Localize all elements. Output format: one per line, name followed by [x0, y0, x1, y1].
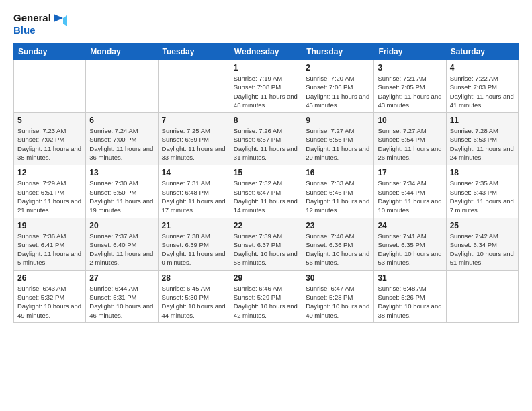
day-info: Sunrise: 7:24 AM Sunset: 7:00 PM Dayligh… [89, 126, 154, 162]
calendar-cell: 12Sunrise: 7:29 AM Sunset: 6:51 PM Dayli… [14, 165, 86, 218]
calendar-cell: 3Sunrise: 7:21 AM Sunset: 7:05 PM Daylig… [374, 60, 446, 113]
day-info: Sunrise: 7:23 AM Sunset: 7:02 PM Dayligh… [17, 126, 82, 162]
calendar-cell: 10Sunrise: 7:27 AM Sunset: 6:54 PM Dayli… [374, 113, 446, 165]
day-info: Sunrise: 7:36 AM Sunset: 6:41 PM Dayligh… [17, 232, 82, 267]
day-info: Sunrise: 7:39 AM Sunset: 6:37 PM Dayligh… [234, 232, 298, 267]
calendar-cell: 24Sunrise: 7:41 AM Sunset: 6:35 PM Dayli… [374, 218, 446, 270]
day-info: Sunrise: 7:21 AM Sunset: 7:05 PM Dayligh… [378, 74, 442, 109]
day-number: 7 [162, 116, 226, 125]
general-blue-icon [54, 14, 67, 34]
logo-text: GeneralBlue [13, 12, 51, 36]
day-info: Sunrise: 7:27 AM Sunset: 6:56 PM Dayligh… [306, 126, 370, 162]
day-info: Sunrise: 7:33 AM Sunset: 6:46 PM Dayligh… [306, 179, 370, 214]
day-header-thursday: Thursday [302, 44, 374, 60]
calendar-header-row: SundayMondayTuesdayWednesdayThursdayFrid… [14, 44, 519, 60]
day-number: 14 [162, 168, 226, 177]
calendar-cell: 11Sunrise: 7:28 AM Sunset: 6:53 PM Dayli… [446, 113, 518, 165]
day-info: Sunrise: 6:43 AM Sunset: 5:32 PM Dayligh… [17, 284, 82, 320]
calendar-cell: 7Sunrise: 7:25 AM Sunset: 6:59 PM Daylig… [158, 113, 230, 165]
day-header-sunday: Sunday [14, 44, 86, 60]
day-number: 31 [378, 273, 442, 283]
day-number: 24 [378, 221, 442, 230]
day-number: 17 [378, 168, 442, 177]
day-info: Sunrise: 7:35 AM Sunset: 6:43 PM Dayligh… [450, 179, 515, 214]
day-info: Sunrise: 7:42 AM Sunset: 6:34 PM Dayligh… [450, 232, 515, 267]
week-row-1: 1Sunrise: 7:19 AM Sunset: 7:08 PM Daylig… [14, 60, 519, 113]
day-info: Sunrise: 7:30 AM Sunset: 6:50 PM Dayligh… [89, 179, 154, 214]
day-info: Sunrise: 7:25 AM Sunset: 6:59 PM Dayligh… [162, 126, 226, 162]
calendar-cell: 4Sunrise: 7:22 AM Sunset: 7:03 PM Daylig… [446, 60, 518, 113]
day-header-tuesday: Tuesday [158, 44, 230, 60]
day-number: 26 [17, 273, 82, 283]
day-number: 20 [89, 221, 154, 230]
day-number: 3 [378, 63, 442, 73]
day-info: Sunrise: 7:29 AM Sunset: 6:51 PM Dayligh… [17, 179, 82, 214]
calendar-cell: 14Sunrise: 7:31 AM Sunset: 6:48 PM Dayli… [158, 165, 230, 218]
day-number: 13 [89, 168, 154, 177]
day-number: 1 [234, 63, 298, 73]
calendar-cell: 16Sunrise: 7:33 AM Sunset: 6:46 PM Dayli… [302, 165, 374, 218]
calendar-cell: 5Sunrise: 7:23 AM Sunset: 7:02 PM Daylig… [14, 113, 86, 165]
week-row-5: 26Sunrise: 6:43 AM Sunset: 5:32 PM Dayli… [14, 270, 519, 322]
day-info: Sunrise: 7:41 AM Sunset: 6:35 PM Dayligh… [378, 232, 442, 267]
day-info: Sunrise: 7:26 AM Sunset: 6:57 PM Dayligh… [234, 126, 298, 162]
calendar-cell: 15Sunrise: 7:32 AM Sunset: 6:47 PM Dayli… [230, 165, 302, 218]
day-info: Sunrise: 6:46 AM Sunset: 5:29 PM Dayligh… [234, 284, 298, 320]
calendar-cell: 13Sunrise: 7:30 AM Sunset: 6:50 PM Dayli… [86, 165, 158, 218]
calendar-cell: 6Sunrise: 7:24 AM Sunset: 7:00 PM Daylig… [86, 113, 158, 165]
calendar-cell: 1Sunrise: 7:19 AM Sunset: 7:08 PM Daylig… [230, 60, 302, 113]
day-info: Sunrise: 7:32 AM Sunset: 6:47 PM Dayligh… [234, 179, 298, 214]
day-header-saturday: Saturday [446, 44, 518, 60]
calendar-cell: 29Sunrise: 6:46 AM Sunset: 5:29 PM Dayli… [230, 270, 302, 322]
calendar-cell: 21Sunrise: 7:38 AM Sunset: 6:39 PM Dayli… [158, 218, 230, 270]
calendar-table: SundayMondayTuesdayWednesdayThursdayFrid… [13, 43, 519, 323]
calendar-cell: 18Sunrise: 7:35 AM Sunset: 6:43 PM Dayli… [446, 165, 518, 218]
day-header-friday: Friday [374, 44, 446, 60]
day-info: Sunrise: 6:45 AM Sunset: 5:30 PM Dayligh… [162, 284, 226, 320]
calendar-cell: 22Sunrise: 7:39 AM Sunset: 6:37 PM Dayli… [230, 218, 302, 270]
calendar-cell [158, 60, 230, 113]
day-info: Sunrise: 6:48 AM Sunset: 5:26 PM Dayligh… [378, 284, 442, 320]
week-row-4: 19Sunrise: 7:36 AM Sunset: 6:41 PM Dayli… [14, 218, 519, 270]
calendar-cell: 26Sunrise: 6:43 AM Sunset: 5:32 PM Dayli… [14, 270, 86, 322]
calendar-cell: 8Sunrise: 7:26 AM Sunset: 6:57 PM Daylig… [230, 113, 302, 165]
day-info: Sunrise: 7:28 AM Sunset: 6:53 PM Dayligh… [450, 126, 515, 162]
day-header-monday: Monday [86, 44, 158, 60]
day-number: 25 [450, 221, 515, 230]
day-number: 2 [306, 63, 370, 73]
calendar-cell: 28Sunrise: 6:45 AM Sunset: 5:30 PM Dayli… [158, 270, 230, 322]
day-number: 8 [234, 116, 298, 125]
day-number: 15 [234, 168, 298, 177]
calendar-cell [446, 270, 518, 322]
calendar-cell: 19Sunrise: 7:36 AM Sunset: 6:41 PM Dayli… [14, 218, 86, 270]
day-number: 5 [17, 116, 82, 125]
header: GeneralBlue [13, 12, 519, 36]
day-info: Sunrise: 7:31 AM Sunset: 6:48 PM Dayligh… [162, 179, 226, 214]
calendar-cell [14, 60, 86, 113]
day-number: 21 [162, 221, 226, 230]
calendar-cell: 17Sunrise: 7:34 AM Sunset: 6:44 PM Dayli… [374, 165, 446, 218]
calendar-cell: 9Sunrise: 7:27 AM Sunset: 6:56 PM Daylig… [302, 113, 374, 165]
calendar-cell: 30Sunrise: 6:47 AM Sunset: 5:28 PM Dayli… [302, 270, 374, 322]
day-number: 18 [450, 168, 515, 177]
logo: GeneralBlue [13, 12, 67, 36]
day-number: 27 [89, 273, 154, 283]
calendar-cell: 25Sunrise: 7:42 AM Sunset: 6:34 PM Dayli… [446, 218, 518, 270]
week-row-2: 5Sunrise: 7:23 AM Sunset: 7:02 PM Daylig… [14, 113, 519, 165]
calendar-page: GeneralBlue SundayMondayTuesdayWednesday… [0, 0, 532, 411]
day-number: 11 [450, 116, 515, 125]
calendar-cell [86, 60, 158, 113]
svg-marker-1 [63, 15, 67, 26]
day-info: Sunrise: 7:38 AM Sunset: 6:39 PM Dayligh… [162, 232, 226, 267]
day-number: 23 [306, 221, 370, 230]
day-number: 16 [306, 168, 370, 177]
day-number: 28 [162, 273, 226, 283]
day-info: Sunrise: 7:40 AM Sunset: 6:36 PM Dayligh… [306, 232, 370, 267]
day-info: Sunrise: 7:19 AM Sunset: 7:08 PM Dayligh… [234, 74, 298, 109]
day-info: Sunrise: 7:20 AM Sunset: 7:06 PM Dayligh… [306, 74, 370, 109]
day-number: 22 [234, 221, 298, 230]
week-row-3: 12Sunrise: 7:29 AM Sunset: 6:51 PM Dayli… [14, 165, 519, 218]
svg-marker-0 [54, 14, 63, 22]
day-header-wednesday: Wednesday [230, 44, 302, 60]
calendar-cell: 31Sunrise: 6:48 AM Sunset: 5:26 PM Dayli… [374, 270, 446, 322]
